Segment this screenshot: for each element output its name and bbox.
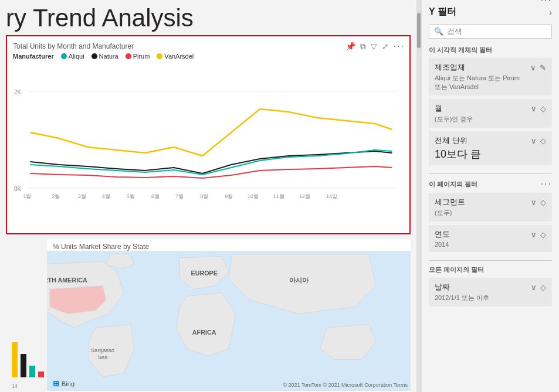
legend-natura: Natura: [92, 53, 118, 60]
month-chevron-icon[interactable]: ∨: [531, 104, 537, 113]
vanarsdel-label: VanArsdel: [164, 53, 194, 60]
chart-legend: Manufacturer Aliqui Natura Pirum VanArsd…: [13, 53, 404, 60]
svg-text:0K: 0K: [14, 186, 21, 192]
legend-aliqui: Aliqui: [61, 53, 84, 60]
sidebar-header: Y 필터 ›: [429, 6, 552, 18]
year-clear-icon[interactable]: ◇: [540, 230, 546, 239]
filter-manufacturer: 제조업체 ∨ ✎ Aliqui 또는 Natura 또는 Pirum또는 Van…: [429, 58, 552, 96]
filter-segment-header: 세그먼트 ∨ ◇: [435, 197, 546, 207]
segment-clear-icon[interactable]: ◇: [540, 198, 546, 207]
filter-manufacturer-header: 제조업체 ∨ ✎: [435, 62, 546, 73]
filter-manufacturer-controls: ∨ ✎: [530, 63, 546, 72]
filter-date-header: 날짜 ∨ ◇: [435, 282, 546, 292]
filter-year: 연도 ∨ ◇ 2014: [429, 225, 552, 252]
bing-watermark: ⊞ Bing: [53, 379, 74, 388]
svg-text:AFRICA: AFRICA: [192, 329, 216, 336]
copy-icon[interactable]: ⧉: [360, 42, 366, 52]
total-units-clear-icon[interactable]: ◇: [540, 137, 546, 145]
filter-month-header: 월 ∨ ◇: [435, 103, 546, 114]
date-chevron-icon[interactable]: ∨: [531, 283, 537, 292]
scroll-thumb[interactable]: [417, 13, 421, 48]
search-input[interactable]: [447, 27, 547, 36]
svg-text:EUROPE: EUROPE: [191, 270, 217, 277]
year-chevron-icon[interactable]: ∨: [531, 230, 537, 239]
svg-text:2월: 2월: [52, 193, 60, 199]
sidebar-title: Y 필터: [429, 6, 456, 18]
search-box[interactable]: 🔍: [429, 24, 552, 39]
svg-rect-18: [21, 354, 26, 377]
svg-text:1월: 1월: [23, 193, 32, 199]
pin-icon[interactable]: 📌: [345, 42, 355, 51]
filter-date-controls: ∨ ◇: [531, 283, 546, 292]
filter-total-units-value: 10보다 큼: [435, 147, 546, 161]
filter-total-units-header: 전체 단위 ∨ ◇: [435, 135, 546, 146]
chart-area: 2K 0K 1월 2월 3월 4월 5월: [13, 62, 404, 203]
more-icon[interactable]: ···: [394, 41, 405, 52]
svg-text:아시아: 아시아: [289, 277, 309, 284]
date-clear-icon[interactable]: ◇: [540, 283, 546, 292]
aliqui-label: Aliqui: [69, 53, 84, 60]
svg-text:4월: 4월: [102, 193, 110, 199]
filter-year-header: 연도 ∨ ◇: [435, 229, 546, 240]
filter-date-subtitle: 2012/1/1 또는 이후: [435, 294, 546, 302]
svg-text:14일: 14일: [326, 193, 337, 199]
sidebar-expand-icon[interactable]: ›: [549, 8, 552, 17]
page-filter-divider: [429, 173, 552, 174]
svg-text:7월: 7월: [175, 193, 184, 199]
segment-chevron-icon[interactable]: ∨: [531, 198, 537, 207]
bottom-section: 14 % Units Market Share by State: [6, 239, 411, 392]
pirum-dot: [126, 53, 131, 59]
svg-text:NORTH AMERICA: NORTH AMERICA: [47, 277, 87, 284]
expand-icon[interactable]: ⤢: [382, 42, 389, 51]
filter-total-units: 전체 단위 ∨ ◇ 10보다 큼: [429, 131, 552, 165]
world-map-svg: NORTH AMERICA EUROPE 아시아 AFRICA Sargasso…: [47, 251, 411, 391]
filter-month: 월 ∨ ◇ (모두)인 경우: [429, 99, 552, 128]
filter-icon[interactable]: ▽: [371, 42, 377, 51]
filter-segment-controls: ∨ ◇: [531, 198, 546, 207]
filter-segment-title: 세그먼트: [435, 197, 465, 207]
svg-text:3월: 3월: [78, 193, 86, 199]
mini-bar-chart: 14: [6, 239, 47, 392]
natura-label: Natura: [99, 53, 118, 60]
sidebar-filter-panel: Y 필터 › 🔍 이 시각적 개체의 필터 ··· 제조업체 ∨ ✎ Aliqu…: [421, 0, 559, 392]
svg-rect-19: [29, 366, 35, 377]
svg-text:6월: 6월: [151, 193, 160, 199]
filter-total-units-controls: ∨ ◇: [531, 137, 546, 145]
filter-month-title: 월: [435, 103, 442, 114]
line-chart-svg: 2K 0K 1월 2월 3월 4월 5월: [13, 62, 404, 203]
filter-manufacturer-subtitle: Aliqui 또는 Natura 또는 Pirum또는 VanArsdel: [435, 74, 546, 91]
all-pages-filter-divider: [429, 260, 552, 261]
chart-toolbar: 📌 ⧉ ▽ ⤢ ···: [345, 41, 405, 52]
filter-date-title: 날짜: [435, 282, 450, 292]
legend-pirum: Pirum: [126, 53, 150, 60]
visual-section-menu[interactable]: ···: [541, 0, 552, 6]
svg-text:Sea: Sea: [97, 354, 108, 360]
svg-text:5월: 5월: [127, 193, 135, 199]
all-pages-filter-label: 모든 페이지의 필터: [429, 265, 552, 274]
filter-year-subtitle: 2014: [435, 241, 546, 248]
manufacturer-clear-icon[interactable]: ✎: [540, 63, 546, 72]
filter-year-title: 연도: [435, 229, 450, 240]
month-clear-icon[interactable]: ◇: [540, 104, 546, 113]
svg-text:Sargasso: Sargasso: [91, 347, 114, 353]
legend-vanarsdel: VanArsdel: [157, 53, 194, 60]
svg-text:14: 14: [12, 383, 18, 389]
line-chart-card: 📌 ⧉ ▽ ⤢ ··· Total Units by Month and Man…: [6, 35, 411, 234]
filter-month-controls: ∨ ◇: [531, 104, 546, 113]
page-title: ry Trend Analysis: [6, 6, 411, 30]
svg-rect-20: [38, 371, 44, 377]
total-units-chevron-icon[interactable]: ∨: [531, 137, 537, 145]
svg-text:2K: 2K: [14, 89, 21, 96]
page-section-menu[interactable]: ···: [541, 179, 552, 189]
map-area: NORTH AMERICA EUROPE 아시아 AFRICA Sargasso…: [47, 251, 411, 391]
vanarsdel-dot: [157, 53, 162, 59]
filter-segment-subtitle: (모두): [435, 209, 546, 217]
search-icon: 🔍: [434, 27, 443, 36]
manufacturer-chevron-icon[interactable]: ∨: [530, 63, 536, 72]
legend-manufacturer-label: Manufacturer: [13, 53, 54, 60]
page-filter-label: 이 페이지의 필터: [429, 180, 477, 189]
scroll-indicator[interactable]: [416, 0, 421, 392]
map-title: % Units Market Share by State: [47, 239, 411, 251]
visual-filter-label: 이 시각적 개체의 필터: [429, 46, 552, 54]
filter-manufacturer-title: 제조업체: [435, 62, 465, 73]
